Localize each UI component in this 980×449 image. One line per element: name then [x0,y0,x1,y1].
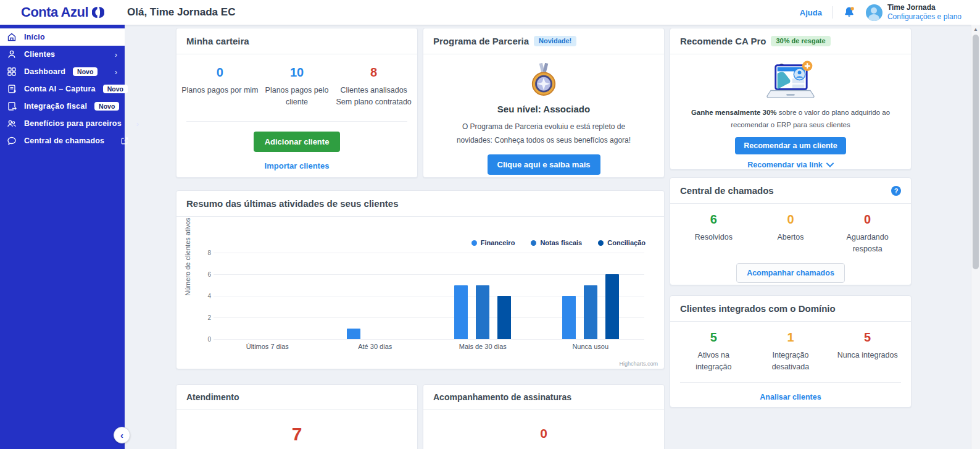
sidebar-item-clientes[interactable]: Clientes › [0,46,125,63]
laptop-illustration-icon [763,61,818,100]
bar-group [214,253,322,339]
sidebar-item-dashboard[interactable]: Dashboard Novo › [0,63,125,80]
bar [347,329,360,340]
stat-planos-pagos-pelo-cliente: 10 Planos pagos pelo cliente [259,65,336,109]
card-recomende-ca-pro: Recomende CA Pro 30% de resgate [670,28,911,170]
external-link-icon [119,136,130,146]
conta-azul-logo[interactable]: Conta Azul [21,4,104,20]
user-menu[interactable]: Time Jornada Configurações e plano [866,3,961,22]
bar [584,285,597,340]
vertical-scrollbar: ▲ [971,25,980,449]
sidebar-item-integracao-fiscal[interactable]: Integração fiscal Novo [0,98,125,115]
import-clients-link[interactable]: Importar clientes [265,161,330,170]
dominio-stats: 5 Ativos na integração 1 Integração desa… [670,322,911,374]
logo-zone: Conta Azul [0,0,125,25]
header-right: Ajuda Time Jornada Configurações e plano [800,3,980,22]
partner-description: O Programa de Parceria evoluiu e está re… [423,120,664,147]
clients-icon [6,49,17,60]
stat-nunca-integrados: 5 Nunca integrados [829,330,906,374]
top-header: Conta Azul Olá, Time Jornada EC Ajuda [0,0,980,25]
card-title: Programa de Parceria [433,36,529,46]
legend-item[interactable]: Notas fiscais [531,239,582,246]
add-client-button[interactable]: Adicionar cliente [254,132,341,152]
stat-resolvidos: 6 Resolvidos [675,212,752,256]
help-link[interactable]: Ajuda [800,8,822,17]
settings-plan-link[interactable]: Configurações e plano [887,12,961,22]
card-acompanhamento-assinaturas: Acompanhamento de assinaturas 0 [423,384,665,449]
y-tick-label: 6 [202,271,211,278]
home-icon [6,32,17,43]
carteira-stats: 0 Planos pagos por mim 10 Planos pagos p… [176,54,417,109]
bar [454,285,468,340]
analyze-clients-link[interactable]: Analisar clientes [760,393,821,401]
card-header: Clientes integrados com o Domínio [670,296,911,322]
recommend-client-button[interactable]: Recomendar a um cliente [735,137,845,154]
sidebar-item-inicio[interactable]: Início [0,28,125,46]
medal-icon [529,63,558,96]
page: Conta Azul Olá, Time Jornada EC Ajuda [0,0,980,449]
chart-plot: 02468 [214,253,644,339]
stat-clientes-analisados: 8 Clientes analisadosSem plano contratad… [335,65,412,109]
chart-title: Resumo das últimas atividades de seus cl… [186,198,398,209]
bar [562,296,576,339]
resgate-badge: 30% de resgate [771,36,830,46]
card-minha-carteira: Minha carteira 0 Planos pagos por mim 10… [176,28,418,178]
chevron-right-icon: › [115,67,117,77]
y-tick-label: 0 [202,336,211,343]
card-title: Minha carteira [186,36,249,46]
header-divider [832,6,833,19]
logo-text: Conta Azul [21,4,88,20]
recommend-via-link[interactable]: Recomendar via link [747,161,834,169]
legend-item[interactable]: Conciliação [598,239,646,246]
card-atendimento: Atendimento 7 [176,384,418,449]
card-header: Resumo das últimas atividades de seus cl… [176,191,664,217]
document-plus-icon [6,84,17,94]
help-question-icon[interactable]: ? [891,186,901,196]
stat-planos-pagos-por-mim: 0 Planos pagos por mim [181,65,259,109]
card-title: Recomende CA Pro [680,36,766,46]
parceria-body: Seu nível: Associado O Programa de Parce… [423,54,664,175]
card-header: Atendimento [176,385,417,410]
legend-item[interactable]: Financeiro [471,239,515,246]
chart-x-labels: Últimos 7 diasAté 30 diasMais de 30 dias… [214,343,644,350]
novo-badge: Novo [94,102,119,111]
chevron-right-icon: › [115,50,117,59]
recomende-body: Ganhe mensalmente 30% sobre o valor do p… [670,54,911,170]
scrollbar-thumb[interactable] [973,35,979,269]
card-programa-parceria: Programa de Parceria Novidade! [423,28,665,178]
page-greeting: Olá, Time Jornada EC [127,6,235,19]
highcharts-credit[interactable]: Highcharts.com [619,361,658,367]
track-tickets-button[interactable]: Acompanhar chamados [736,263,845,283]
stat-abertos: 0 Abertos [752,212,829,256]
sidebar-collapse-button[interactable]: ‹ [114,427,130,443]
conta-azul-symbol-icon [92,6,104,19]
partner-level-title: Seu nível: Associado [423,104,664,114]
y-tick-label: 8 [202,250,211,256]
x-category-label: Últimos 7 dias [214,343,322,350]
card-title: Acompanhamento de assinaturas [433,392,571,402]
card-title: Central de chamados [680,185,774,196]
bar-group [537,253,645,339]
bar [476,285,489,340]
sidebar-item-central-chamados[interactable]: Central de chamados [0,132,125,149]
gridline [214,339,644,340]
sidebar-item-beneficios-parceiros[interactable]: Benefícios para parceiros › [0,115,125,132]
legend-dot-icon [598,240,604,246]
card-central-chamados: Central de chamados ? 6 Resolvidos 0 Abe… [670,177,911,285]
card-title: Atendimento [186,392,239,402]
user-avatar [866,4,882,21]
learn-more-button[interactable]: Clique aqui e saiba mais [488,154,600,175]
legend-label: Conciliação [607,239,646,246]
chamados-stats: 6 Resolvidos 0 Abertos 0 Aguardando resp… [670,204,911,256]
bar [497,296,511,339]
notifications-bell-icon[interactable] [842,6,856,19]
document-arrow-icon [6,101,17,112]
user-name: Time Jornada [887,3,961,12]
x-category-label: Mais de 30 dias [429,343,537,350]
y-axis-title: Número de clientes ativos [184,217,191,296]
sidebar-item-conta-ai-captura[interactable]: Conta AI – Captura Novo [0,80,125,98]
stat-aguardando-resposta: 0 Aguardando resposta [829,212,906,256]
sidebar: Início Clientes › Dashboard Novo › Conta… [0,20,125,449]
scrollbar-up-arrow[interactable]: ▲ [971,25,980,34]
card-header: Programa de Parceria Novidade! [423,28,664,54]
